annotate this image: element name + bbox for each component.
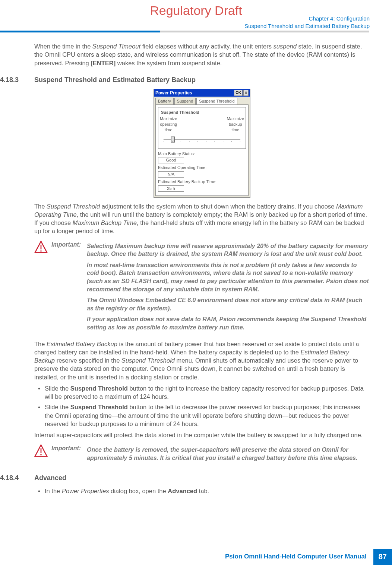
intro-paragraph: When the time in the Suspend Timeout fie… <box>34 42 370 67</box>
dialog-title: Power Properties <box>155 90 192 96</box>
suspend-threshold-fieldset: Suspend Threshold Maximize operating tim… <box>158 107 246 148</box>
power-properties-dialog: Power Properties OK × Battery Suspend Su… <box>154 89 250 197</box>
section-number: 4.18.4 <box>0 473 34 482</box>
page-number: 87 <box>373 549 392 565</box>
super-capacitor-paragraph: Internal super-capacitors will protect t… <box>34 431 370 439</box>
maximize-backup-label: Maximize backup time <box>227 116 244 133</box>
main-battery-status-value: Good <box>158 157 184 163</box>
header-chapter: Chapter 4: Configuration <box>244 15 370 22</box>
page-header: Chapter 4: Configuration Suspend Thresho… <box>244 15 370 30</box>
header-section: Suspend Threshold and Estimated Battery … <box>244 22 370 30</box>
list-item: Slide the Suspend Threshold button to th… <box>34 403 370 428</box>
dialog-body: Suspend Threshold Maximize operating tim… <box>155 104 249 195</box>
important1-p1: Selecting Maximum backup time will reser… <box>87 242 370 258</box>
estimated-backup-paragraph: The Estimated Battery Backup is the amou… <box>34 340 370 381</box>
maximize-operating-label: Maximize operating time <box>160 116 177 133</box>
est-backup-time-value: 25 h <box>158 185 184 192</box>
important1-p2: In most real-time transaction environmen… <box>87 261 370 293</box>
threshold-slider[interactable]: '''''''''' <box>160 136 244 145</box>
warning-icon <box>34 241 48 254</box>
svg-point-2 <box>40 250 42 252</box>
section-heading-4183: 4.18.3 Suspend Threshold and Estimated B… <box>0 75 370 84</box>
ok-button[interactable]: OK <box>234 90 243 96</box>
section-title: Advanced <box>34 473 66 482</box>
dialog-titlebar: Power Properties OK × <box>154 89 250 97</box>
important-callout-1: Important: Selecting Maximum backup time… <box>34 241 370 335</box>
fieldset-legend: Suspend Threshold <box>160 110 200 115</box>
slide-instructions-list: Slide the Suspend Threshold button to th… <box>34 384 370 428</box>
header-blue-rule <box>0 31 160 32</box>
close-button[interactable]: × <box>243 90 249 96</box>
important-label: Important: <box>51 241 87 335</box>
warning-icon <box>34 444 48 458</box>
header-gray-rule <box>160 31 369 32</box>
important2-text: Once the battery is removed, the super-c… <box>87 446 370 462</box>
main-battery-status-label: Main Battery Status: <box>158 151 246 157</box>
important-label: Important: <box>51 444 87 465</box>
suspend-threshold-paragraph: The Suspend Threshold adjustment tells t… <box>34 202 370 235</box>
section-title: Suspend Threshold and Estimated Battery … <box>34 75 196 84</box>
important1-p4: If your application does not save data t… <box>87 315 370 331</box>
list-item: Slide the Suspend Threshold button to th… <box>34 384 370 401</box>
tab-suspend[interactable]: Suspend <box>174 98 196 104</box>
tab-suspend-threshold[interactable]: Suspend Threshold <box>196 98 237 104</box>
dialog-tabs: Battery Suspend Suspend Threshold <box>154 97 250 104</box>
est-operating-time-value: N/A <box>158 171 184 178</box>
advanced-instructions-list: In the Power Properties dialog box, open… <box>34 487 370 495</box>
important-callout-2: Important: Once the battery is removed, … <box>34 444 370 465</box>
est-operating-time-label: Estimated Operating Time: <box>158 165 246 170</box>
section-number: 4.18.3 <box>0 75 34 84</box>
tab-battery[interactable]: Battery <box>155 98 174 104</box>
list-item: In the Power Properties dialog box, open… <box>34 487 370 495</box>
footer-manual-title: Psion Omnii Hand-Held Computer User Manu… <box>225 552 367 561</box>
section-heading-4184: 4.18.4 Advanced <box>0 473 370 482</box>
svg-point-5 <box>40 454 42 456</box>
page-footer: Psion Omnii Hand-Held Computer User Manu… <box>225 549 392 565</box>
important1-p3: The Omnii Windows Embedded CE 6.0 enviro… <box>87 296 370 312</box>
est-backup-time-label: Estimated Battery Backup Time: <box>158 179 246 185</box>
